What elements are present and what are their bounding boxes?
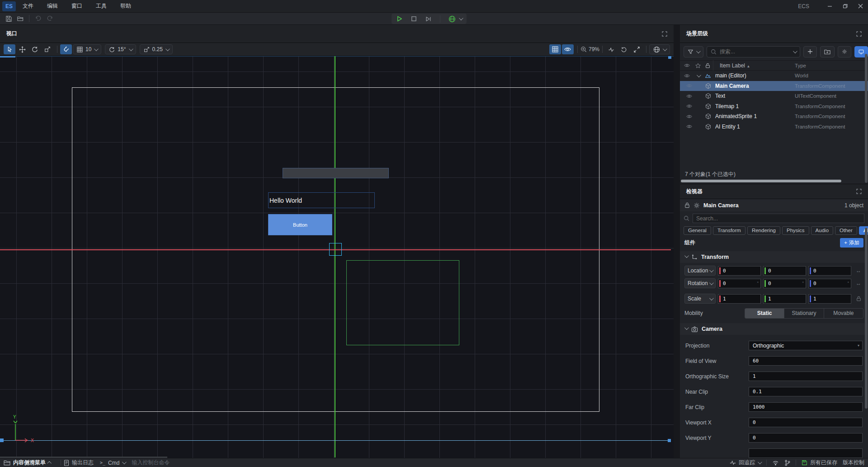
tab-general[interactable]: General	[684, 226, 711, 235]
tab-other[interactable]: Other	[835, 226, 857, 235]
ruler-handle-right[interactable]	[668, 56, 671, 59]
field-of-view-input[interactable]: 60	[749, 356, 863, 366]
open-folder-icon[interactable]	[14, 14, 26, 24]
eye-icon[interactable]	[680, 104, 693, 109]
hierarchy-row-tilemap[interactable]: Tilemap 1 TransformComponent	[680, 101, 868, 112]
filter-dropdown[interactable]	[684, 46, 703, 57]
location-dropdown[interactable]: Location	[684, 266, 716, 276]
menu-file[interactable]: 文件	[16, 0, 40, 13]
location-z-field[interactable]: 0	[808, 266, 851, 276]
view-globe-dropdown[interactable]	[649, 44, 670, 54]
console-input[interactable]: 输入控制台命令	[132, 459, 170, 467]
uniform-scale-lock-icon[interactable]	[854, 296, 863, 301]
rotate-tool[interactable]	[29, 44, 41, 54]
git-branch-icon[interactable]	[784, 460, 790, 466]
rotation-z-field[interactable]: 0°	[808, 279, 851, 288]
location-y-field[interactable]: 0	[763, 266, 806, 276]
add-component-button[interactable]: + 添加	[840, 238, 863, 248]
ui-text-element[interactable]: Hello World	[268, 192, 375, 208]
play-button[interactable]	[396, 15, 403, 22]
app-logo[interactable]: ES	[2, 1, 16, 11]
output-log-button[interactable]: 输出日志	[64, 459, 94, 467]
hierarchy-settings-button[interactable]	[838, 46, 851, 57]
stop-button[interactable]	[411, 16, 417, 22]
menu-tools[interactable]: 工具	[89, 0, 113, 13]
eye-icon[interactable]	[680, 73, 693, 78]
viewport-fullscreen-icon[interactable]	[662, 31, 667, 37]
move-tool[interactable]	[16, 44, 28, 54]
fit-view-icon[interactable]	[631, 44, 642, 54]
clipped-input[interactable]	[749, 448, 863, 458]
mobility-stationary[interactable]: Stationary	[784, 309, 824, 318]
hierarchy-search-input[interactable]	[720, 48, 790, 55]
tab-transform[interactable]: Transform	[713, 226, 745, 235]
scale-z-field[interactable]: 1	[808, 294, 851, 304]
projection-dropdown[interactable]: Orthographic▾	[749, 341, 863, 350]
hierarchy-row-text[interactable]: Text UITextComponent	[680, 91, 868, 101]
eye-icon[interactable]	[680, 124, 693, 129]
inspector-fullscreen-icon[interactable]	[856, 189, 862, 194]
axis-handle-left[interactable]	[0, 438, 4, 442]
column-type[interactable]: Type	[795, 63, 868, 68]
inspector-search-input[interactable]	[696, 215, 861, 222]
location-x-field[interactable]: 0	[718, 266, 761, 276]
inspector-search[interactable]	[684, 213, 864, 224]
launch-target-dropdown[interactable]	[448, 15, 462, 23]
camera-section-header[interactable]: Camera	[680, 323, 868, 335]
lock-icon[interactable]	[703, 60, 713, 71]
transform-section-header[interactable]: Transform	[680, 251, 868, 263]
maximize-button[interactable]	[837, 0, 853, 13]
hierarchy-row-main-camera[interactable]: Main Camera TransformComponent	[680, 81, 868, 91]
ui-button-element[interactable]: Button	[268, 214, 332, 235]
cmd-dropdown[interactable]: >_ Cmd	[100, 460, 125, 466]
hierarchy-search[interactable]	[707, 46, 800, 57]
eye-icon[interactable]	[680, 83, 693, 88]
trace-dropdown[interactable]: 回追踪	[730, 459, 761, 467]
snap-toggle[interactable]	[60, 44, 72, 54]
menu-edit[interactable]: 编辑	[40, 0, 65, 13]
save-status[interactable]: 所有已保存	[802, 459, 837, 467]
viewport-x-input[interactable]: 0	[749, 418, 863, 427]
reset-view-icon[interactable]	[618, 44, 630, 54]
hierarchy-fullscreen-icon[interactable]	[856, 31, 862, 37]
ui-panel-element[interactable]	[283, 168, 389, 178]
star-icon[interactable]	[693, 63, 703, 68]
undo-icon[interactable]	[32, 14, 44, 24]
scale-y-field[interactable]: 1	[763, 294, 806, 304]
mobility-movable[interactable]: Movable	[824, 309, 863, 318]
selection-gizmo[interactable]	[329, 243, 342, 256]
scale-snap-dropdown[interactable]: 0.25	[140, 44, 173, 54]
tab-physics[interactable]: Physics	[782, 226, 809, 235]
hierarchy-hscrollbar[interactable]	[680, 179, 868, 184]
content-drawer-button[interactable]: 内容侧滑菜单	[4, 459, 52, 467]
inspector-vscrollbar[interactable]	[865, 228, 868, 409]
viewport-y-input[interactable]: 0	[749, 433, 863, 443]
stats-icon[interactable]	[605, 44, 617, 54]
axis-handle-right[interactable]	[668, 439, 671, 442]
tab-rendering[interactable]: Rendering	[747, 226, 780, 235]
mobility-static[interactable]: Static	[745, 309, 784, 318]
redo-icon[interactable]	[44, 14, 56, 24]
orthographic-size-input[interactable]: 1	[749, 372, 863, 381]
scale-tool[interactable]	[42, 44, 53, 54]
chevron-down-icon[interactable]	[696, 73, 701, 77]
column-item-label[interactable]: Item Label ▲	[713, 62, 795, 69]
menu-window[interactable]: 窗口	[65, 0, 89, 13]
add-entity-button[interactable]	[803, 46, 817, 57]
ruler-handle-left[interactable]	[0, 56, 15, 57]
lock-icon[interactable]	[684, 202, 690, 208]
grid-toggle[interactable]	[549, 44, 561, 54]
near-clip-input[interactable]: 0.1	[749, 387, 863, 396]
eye-icon[interactable]	[680, 94, 693, 99]
select-tool[interactable]	[4, 44, 15, 54]
hierarchy-row-animatedsprite[interactable]: AnimatedSprite 1 TransformComponent	[680, 111, 868, 122]
gear-icon[interactable]	[693, 202, 700, 209]
eye-icon[interactable]	[680, 114, 693, 119]
network-icon[interactable]	[772, 460, 779, 466]
step-button[interactable]	[425, 16, 432, 22]
minimize-button[interactable]	[822, 0, 837, 13]
scale-x-field[interactable]: 1	[718, 294, 761, 304]
menu-help[interactable]: 帮助	[113, 0, 138, 13]
rotation-x-field[interactable]: 0°	[718, 279, 761, 288]
save-icon[interactable]	[3, 14, 14, 24]
